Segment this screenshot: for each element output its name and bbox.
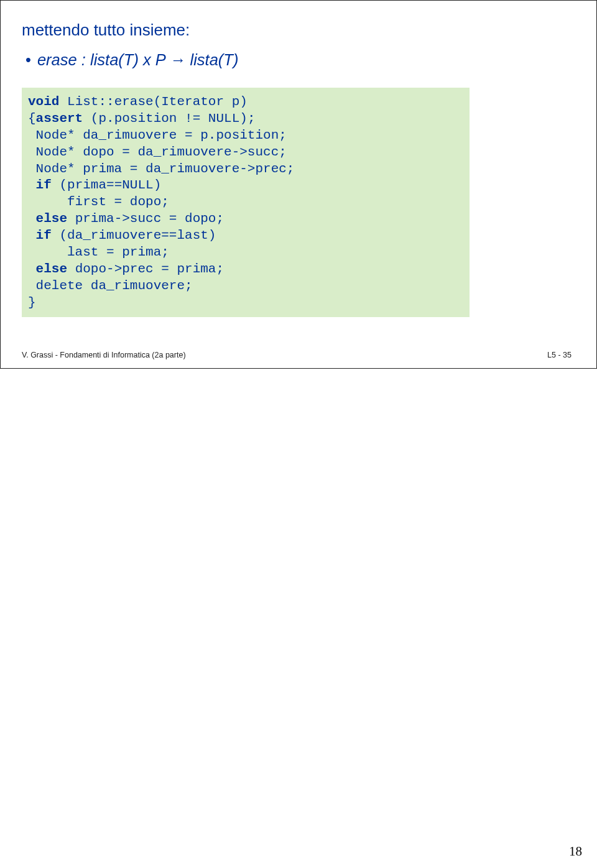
- code-l3: Node* da_rimuovere = p.position;: [28, 128, 287, 142]
- kw-else-2: else: [36, 262, 67, 276]
- slide-title: mettendo tutto insieme:: [22, 21, 575, 40]
- code-l7: first = dopo;: [28, 195, 169, 209]
- code-l4: Node* dopo = da_rimuovere->succ;: [28, 145, 287, 159]
- kw-if-2: if: [36, 228, 52, 242]
- bullet-icon: •: [25, 51, 31, 69]
- kw-assert: assert: [36, 111, 83, 126]
- code-block: void List::erase(Iterator p) {assert (p.…: [22, 88, 470, 317]
- code-l11-rest: dopo->prec = prima;: [67, 262, 224, 276]
- slide-frame: mettendo tutto insieme: •erase : lista(T…: [0, 0, 597, 369]
- code-l5: Node* prima = da_rimuovere->prec;: [28, 162, 294, 176]
- kw-else-1: else: [36, 211, 67, 226]
- kw-if-1: if: [36, 178, 52, 192]
- code-l11-pre: [28, 262, 36, 276]
- code-l13: }: [28, 295, 36, 310]
- footer-author: V. Grassi - Fondamenti di Informatica (2…: [22, 351, 186, 359]
- code-l6-rest: (prima==NULL): [52, 178, 161, 192]
- footer-slide-number: L5 - 35: [547, 351, 575, 359]
- kw-void: void: [28, 95, 59, 109]
- code-l6-pre: [28, 178, 36, 192]
- code-l2b: (p.position != NULL);: [83, 111, 255, 126]
- code-l1-rest: List::erase(Iterator p): [59, 95, 247, 109]
- code-l12: delete da_rimuovere;: [28, 279, 193, 293]
- page-number: 18: [569, 844, 582, 859]
- code-l9-rest: (da_rimuovere==last): [52, 228, 216, 242]
- slide-footer: V. Grassi - Fondamenti di Informatica (2…: [22, 351, 575, 359]
- erase-text: erase : lista(T) x P → lista(T): [37, 51, 238, 68]
- erase-signature: •erase : lista(T) x P → lista(T): [25, 51, 575, 69]
- code-l8-rest: prima->succ = dopo;: [67, 211, 224, 226]
- code-l2a: {: [28, 111, 36, 126]
- code-l9-pre: [28, 228, 36, 242]
- code-l8-pre: [28, 211, 36, 226]
- code-l10: last = prima;: [28, 245, 169, 259]
